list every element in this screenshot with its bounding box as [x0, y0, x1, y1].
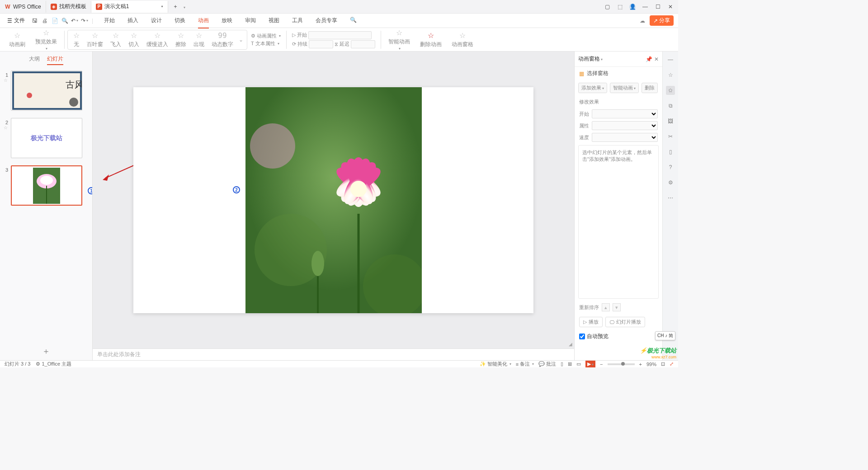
select-pane-link[interactable]: ▦ 选择窗格 — [575, 67, 662, 80]
beautify-button[interactable]: ✨智能美化 — [480, 361, 511, 367]
view-normal-icon[interactable]: ▯ — [561, 361, 563, 367]
animation-pane-button[interactable]: ☆动画窗格 — [447, 31, 478, 48]
comments-toggle[interactable]: 💬批注 — [538, 361, 556, 367]
undo-button[interactable]: ↶ — [71, 17, 78, 24]
rail-star-icon[interactable]: ☆ — [666, 70, 675, 80]
rail-tools-icon[interactable]: ✂ — [666, 132, 675, 141]
delay-input[interactable] — [351, 40, 375, 48]
duration-input[interactable] — [309, 40, 333, 48]
anim-none[interactable]: ☆无 — [70, 31, 83, 48]
play-button[interactable]: ▷播放 — [579, 317, 603, 327]
ime-indicator[interactable]: CH ♪ 简 — [655, 331, 675, 340]
rail-image-icon[interactable]: 🖼 — [666, 117, 675, 126]
gallery-expand-icon[interactable]: ⌄ — [237, 37, 245, 43]
slide-thumbnail-2[interactable]: 极光下载站 — [11, 118, 82, 158]
export-icon[interactable]: 🖨 — [41, 17, 48, 24]
start-field[interactable]: ▷开始 — [292, 31, 375, 39]
pin-icon[interactable]: 📌 — [646, 56, 652, 62]
move-down-button[interactable]: ▾ — [613, 303, 621, 311]
share-button[interactable]: ↗ 分享 — [650, 15, 674, 26]
maximize-button[interactable]: ☐ — [655, 4, 661, 10]
canvas-scroll[interactable]: 2 ◢ — [93, 52, 574, 348]
move-up-button[interactable]: ▴ — [602, 303, 610, 311]
rail-anim-icon[interactable]: ✩ — [666, 86, 675, 95]
thumbnail-row[interactable]: 3 1 — [4, 165, 89, 206]
menu-transition[interactable]: 切换 — [175, 17, 185, 24]
add-effect-button[interactable]: 添加效果 — [578, 83, 607, 93]
rail-help-icon[interactable]: ? — [666, 163, 675, 172]
add-slide-button[interactable]: ＋ — [0, 342, 92, 360]
redo-button[interactable]: ↷ — [81, 17, 88, 24]
menu-start[interactable]: 开始 — [104, 17, 115, 24]
preview-effect[interactable]: ☆ 预览效果 — [31, 28, 61, 51]
menu-review[interactable]: 审阅 — [245, 17, 256, 24]
window-compact-icon[interactable]: ▢ — [604, 4, 610, 10]
anim-cutin[interactable]: ☆切入 — [125, 31, 143, 48]
slideshow-button[interactable]: 🖵幻灯片播放 — [605, 317, 645, 327]
lotus-image[interactable] — [245, 87, 422, 313]
anim-slowin[interactable]: ☆缓慢进入 — [143, 31, 172, 48]
search-icon[interactable]: 🔍 — [350, 17, 357, 24]
thumbnail-row[interactable]: 2☆ 极光下载站 — [4, 118, 89, 158]
rail-clone-icon[interactable]: ⧉ — [666, 101, 675, 110]
slide-thumbnail-1[interactable]: 古风 — [11, 70, 82, 111]
zoom-in-button[interactable]: + — [639, 362, 642, 367]
document-tab[interactable]: P 演示文稿1 • — [91, 1, 168, 13]
user-avatar-icon[interactable]: 👤 — [629, 4, 636, 10]
close-button[interactable]: ✕ — [667, 4, 674, 10]
smart-animation-button[interactable]: ☆智能动画 — [384, 28, 415, 51]
auto-preview-checkbox[interactable]: 自动预览 — [575, 330, 662, 343]
anim-flyin[interactable]: ☆飞入 — [107, 31, 125, 48]
delete-button[interactable]: 删除 — [642, 83, 658, 93]
minimize-button[interactable]: — — [642, 4, 648, 10]
file-menu[interactable]: ☰ 文件 — [5, 17, 28, 24]
slideshow-start-button[interactable]: ▶ — [585, 361, 595, 367]
rail-settings-icon[interactable]: ⚙ — [666, 178, 675, 187]
collapse-icon[interactable]: — — [666, 55, 675, 64]
cloud-icon[interactable]: ☁ — [640, 18, 645, 24]
menu-insert[interactable]: 插入 — [127, 17, 138, 24]
print-icon[interactable]: 📄 — [51, 17, 58, 24]
auto-preview-input[interactable] — [579, 334, 585, 339]
anim-appear[interactable]: ☆出现 — [190, 31, 208, 48]
rail-more-icon[interactable]: ⋯ — [666, 193, 675, 202]
app-tab[interactable]: W WPS Office — [0, 1, 46, 13]
fit-button[interactable]: ⊡ — [661, 361, 665, 367]
property-select[interactable] — [592, 121, 658, 130]
theme-indicator[interactable]: ⚙1_Office 主题 — [36, 361, 71, 367]
anim-wipe[interactable]: ☆擦除 — [172, 31, 190, 48]
thumbnail-list[interactable]: 1☆ 古风 2☆ 极光下载站 3 1 — [0, 69, 92, 342]
preview-icon[interactable]: 🔍 — [61, 17, 68, 24]
notes-toggle[interactable]: ≡备注 — [516, 361, 534, 367]
speed-select[interactable] — [592, 133, 658, 142]
start-input[interactable] — [308, 31, 372, 39]
outline-tab[interactable]: 大纲 — [29, 55, 40, 65]
anim-number[interactable]: 99动态数字 — [208, 31, 237, 48]
cube-icon[interactable]: ⬚ — [617, 4, 623, 10]
view-sorter-icon[interactable]: ⊞ — [568, 361, 572, 367]
menu-member[interactable]: 会员专享 — [316, 17, 337, 24]
menu-slideshow[interactable]: 放映 — [222, 17, 232, 24]
anim-properties-button[interactable]: ⚙动画属性 — [251, 33, 281, 39]
zoom-level[interactable]: 99% — [646, 362, 656, 367]
notes-area[interactable]: 单击此处添加备注 — [93, 348, 574, 360]
new-tab-button[interactable]: ＋ — [168, 1, 183, 13]
slides-tab[interactable]: 幻灯片 — [47, 55, 63, 65]
anim-blinds[interactable]: ☆百叶窗 — [83, 31, 107, 48]
menu-view[interactable]: 视图 — [269, 17, 279, 24]
view-reading-icon[interactable]: ▭ — [576, 361, 581, 367]
rail-book-icon[interactable]: ▯ — [666, 147, 675, 156]
save-icon[interactable]: 🖫 — [31, 17, 38, 24]
slide-canvas[interactable] — [133, 87, 533, 313]
text-properties-button[interactable]: T文本属性 — [251, 40, 281, 47]
animation-painter[interactable]: ☆ 动画刷 — [5, 31, 30, 48]
canvas-corner-icon[interactable]: ◢ — [569, 342, 572, 347]
template-tab[interactable]: ◈ 找稻壳模板 — [46, 1, 91, 13]
pane-title[interactable]: 动画窗格 — [578, 55, 644, 63]
close-pane-icon[interactable]: ✕ — [654, 56, 659, 62]
tab-menu-dropdown[interactable] — [183, 4, 185, 10]
thumbnail-row[interactable]: 1☆ 古风 — [4, 70, 89, 111]
smart-anim-button[interactable]: 智能动画 — [610, 83, 639, 93]
menu-design[interactable]: 设计 — [151, 17, 162, 24]
menu-animation[interactable]: 动画 — [198, 17, 209, 28]
